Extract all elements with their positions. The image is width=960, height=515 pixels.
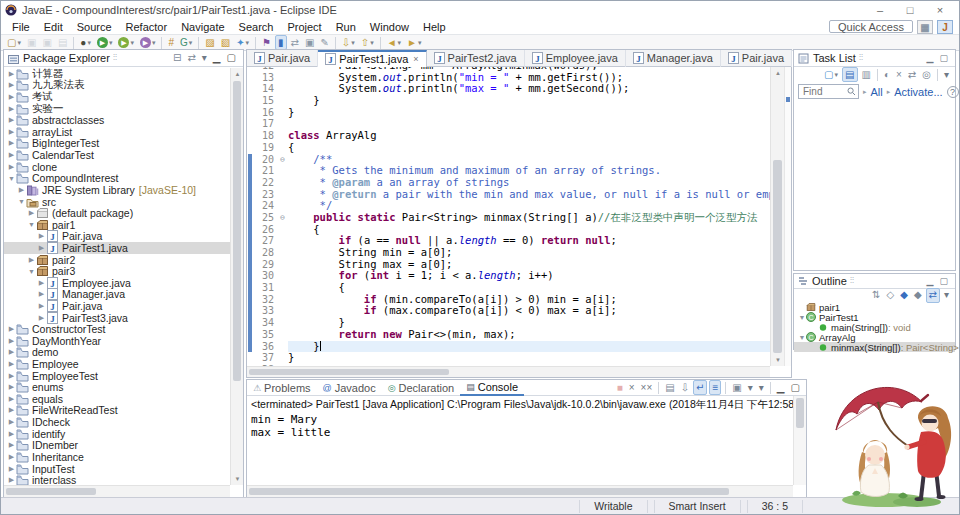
chevron-right-icon[interactable]: ▶ — [7, 337, 16, 345]
console-tab-problems[interactable]: ⚠Problems — [247, 380, 317, 396]
help-icon[interactable]: ? — [947, 86, 959, 98]
package-explorer-vscrollbar[interactable]: ▲ ▼ — [230, 68, 243, 485]
generate-javadoc-button[interactable]: G▾ — [178, 35, 194, 50]
scroll-thumb[interactable] — [773, 160, 782, 353]
open-resource-button[interactable]: ▧ — [219, 35, 232, 50]
scroll-thumb[interactable] — [233, 81, 241, 381]
tree-item-pair-java[interactable]: ▶JPair.java — [4, 300, 230, 312]
editor-tab-employee.java[interactable]: JEmployee.java — [525, 50, 626, 67]
chevron-right-icon[interactable]: ▶ — [7, 360, 16, 368]
open-perspective-icon[interactable]: ▦ — [917, 20, 933, 34]
hide-fields-button[interactable]: ◇ — [884, 288, 896, 303]
save-all-button[interactable]: ▣ — [40, 35, 53, 50]
code-line-14[interactable]: 14 System.out.println("max = " + mm.getS… — [247, 83, 770, 95]
chevron-right-icon[interactable]: ▶ — [7, 395, 16, 403]
menu-refactor[interactable]: Refactor — [119, 21, 175, 33]
package-explorer-hscrollbar[interactable] — [4, 485, 230, 497]
outline-item-arrayalg[interactable]: ▼CArrayAlg — [794, 332, 955, 342]
chevron-down-icon[interactable]: ▼ — [27, 221, 36, 228]
code-line-37[interactable]: 37} — [247, 352, 770, 364]
display-selected-console-button[interactable]: ▾ — [746, 380, 755, 395]
editor-tab-manager.java[interactable]: JManager.java — [626, 50, 721, 67]
hide-completed-button[interactable]: × — [894, 67, 904, 82]
terminate-button[interactable]: ■ — [615, 380, 625, 395]
open-task-button[interactable]: ▣ — [303, 35, 316, 50]
menu-navigate[interactable]: Navigate — [174, 21, 231, 33]
view-menu-button[interactable]: ▾ — [942, 67, 951, 82]
minimize-window-button[interactable]: – — [865, 4, 895, 16]
code-line-31[interactable]: 31 { — [247, 282, 770, 294]
tree-item-employeetest[interactable]: ▶EmployeeTest — [4, 370, 230, 382]
minimize-view-button[interactable]: ▁ — [211, 51, 223, 66]
find-input[interactable] — [801, 85, 847, 98]
outline-item-pair1[interactable]: pair1 — [794, 302, 955, 312]
scroll-thumb[interactable] — [6, 488, 96, 495]
java-perspective-icon[interactable]: J — [937, 20, 953, 34]
code-line-18[interactable]: 18class ArrayAlg — [247, 130, 770, 142]
chevron-right-icon[interactable]: ▶ — [7, 116, 16, 124]
tree-item--[interactable]: ▶实验一 — [4, 103, 230, 115]
scroll-thumb[interactable] — [249, 488, 729, 495]
menu-edit[interactable]: Edit — [37, 21, 70, 33]
maximize-view-button[interactable]: ▢ — [936, 53, 951, 63]
tree-item-bigintegertest[interactable]: ▶BigIntegerTest — [4, 138, 230, 150]
open-type-button[interactable]: # — [166, 35, 176, 50]
tree-item-filewritereadtest[interactable]: ▶FileWriteReadTest — [4, 405, 230, 417]
code-editor[interactable]: 12 Pair<String> mm = ArrayAlg.minmax(wor… — [247, 67, 770, 366]
tree-item-constructortest[interactable]: ▶ConstructorTest — [4, 323, 230, 335]
close-window-button[interactable]: × — [925, 4, 955, 16]
chevron-right-icon[interactable]: ▶ — [27, 209, 36, 217]
tree-item-pair1[interactable]: ▼pair1 — [4, 219, 230, 231]
scroll-up-arrow[interactable]: ▲ — [771, 67, 785, 79]
chevron-right-icon[interactable]: ▶ — [7, 325, 16, 333]
scroll-lock-button[interactable]: ⇩ — [679, 380, 691, 395]
chevron-right-icon[interactable]: ▶ — [17, 186, 26, 194]
maximize-view-button[interactable]: ▢ — [789, 380, 802, 395]
chevron-right-icon[interactable]: ▶ — [7, 372, 16, 380]
scroll-up-arrow[interactable]: ▲ — [231, 68, 244, 80]
chevron-right-icon[interactable]: ▶ — [7, 406, 16, 414]
tree-item-demo[interactable]: ▶demo — [4, 347, 230, 359]
maximize-view-button[interactable]: ▢ — [936, 276, 951, 286]
tree-item-employee-java[interactable]: ▶JEmployee.java — [4, 277, 230, 289]
menu-run[interactable]: Run — [329, 21, 363, 33]
minimize-view-button[interactable]: ▁ — [775, 380, 787, 395]
view-menu-button[interactable]: ▾ — [942, 288, 951, 303]
tree-item-pairtest1-java[interactable]: ▶JPairTest1.java — [4, 242, 230, 254]
toggle-breadcrumb-button[interactable]: ⚑ — [260, 35, 273, 50]
chevron-right-icon[interactable]: ▶ — [7, 383, 16, 391]
menu-file[interactable]: File — [5, 21, 37, 33]
chevron-right-icon[interactable]: ▶ — [37, 314, 46, 322]
tree-item-pairtest3-java[interactable]: ▶JPairTest3.java — [4, 312, 230, 324]
console-tab-javadoc[interactable]: @Javadoc — [317, 380, 382, 396]
pin-console-button[interactable]: ▣ — [730, 380, 743, 395]
tree-item--default-package-[interactable]: ▶(default package) — [4, 207, 230, 219]
console-tab-console[interactable]: ▤Console — [460, 380, 524, 396]
scheduled-view-button[interactable]: ▥ — [860, 67, 873, 82]
menu-search[interactable]: Search — [232, 21, 281, 33]
hide-static-members-button[interactable]: ◆ — [898, 288, 910, 303]
editor-tab-pairtest2.java[interactable]: JPairTest2.java — [427, 50, 525, 67]
categorized-view-button[interactable]: ▤ — [842, 67, 857, 82]
minimize-view-button[interactable]: ▁ — [924, 276, 937, 286]
chevron-right-icon[interactable]: ▶ — [7, 81, 16, 89]
tree-item-arraylist[interactable]: ▶arrayList — [4, 126, 230, 138]
remove-all-terminated-button[interactable]: ×× — [639, 380, 655, 395]
tree-item-identify[interactable]: ▶identify — [4, 428, 230, 440]
tree-item-inputtest[interactable]: ▶InputTest — [4, 463, 230, 475]
tree-item-inheritance[interactable]: ▶Inheritance — [4, 451, 230, 463]
clear-console-button[interactable]: ▤ — [663, 380, 676, 395]
tree-item-idnember[interactable]: ▶IDnember — [4, 440, 230, 452]
outline-item-minmax-string-[interactable]: minmax(String[]) : Pair<String> — [794, 342, 955, 352]
coverage-button[interactable]: ▶▾ — [116, 35, 136, 50]
code-line-36[interactable]: 36 } — [247, 341, 770, 353]
save-button[interactable]: ▣ — [25, 35, 38, 50]
word-wrap-button[interactable]: ↵ — [693, 380, 707, 395]
tree-item-compoundinterest[interactable]: ▼CompoundInterest — [4, 172, 230, 184]
quick-access-box[interactable]: Quick Access — [829, 20, 913, 33]
scroll-thumb[interactable] — [249, 369, 449, 375]
tree-item-equals[interactable]: ▶equals — [4, 393, 230, 405]
back-button[interactable]: ◄▾ — [385, 35, 403, 50]
tree-item-idcheck[interactable]: ▶IDcheck — [4, 416, 230, 428]
menu-project[interactable]: Project — [280, 21, 328, 33]
